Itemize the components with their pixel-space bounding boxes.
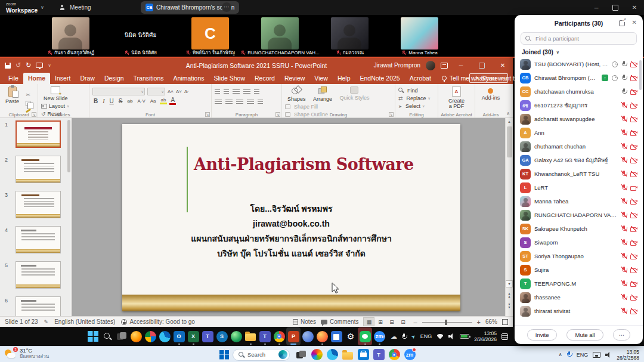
spell-check-icon[interactable]	[44, 318, 49, 325]
speaker-icon[interactable]	[448, 333, 455, 339]
participant-row[interactable]: chuthamart chuchan	[520, 140, 637, 153]
dialog-launcher-icon[interactable]	[275, 112, 280, 117]
bold-button[interactable]: B	[92, 98, 99, 104]
ribbon-tab[interactable]: Transitions	[129, 73, 169, 84]
participant-row[interactable]: S Siwaporn	[520, 236, 637, 249]
dialog-launcher-icon[interactable]	[32, 112, 36, 117]
participant-row[interactable]: ST Soriya Thongaupao	[520, 249, 637, 263]
taskbar-icon-powerpoint[interactable]: P	[286, 327, 301, 345]
hidden-icons-chevron[interactable]	[559, 352, 562, 357]
participant-row[interactable]: CB Chirawat Bhromporn (Co-host)	[520, 71, 637, 85]
taskbar-icon-globe-app[interactable]	[229, 327, 243, 345]
slide-thumbnail[interactable]: 4	[0, 224, 71, 259]
participant-row[interactable]: GA Galaxy A42 5G ของ ธัญภิสิษฐ์	[520, 153, 637, 167]
slide-thumbnail[interactable]: 2	[0, 153, 71, 188]
redo-icon[interactable]	[26, 61, 31, 69]
search-box[interactable]: Search	[233, 349, 290, 361]
taskbar-icon-snagit[interactable]: S	[215, 327, 229, 345]
align-right-icon[interactable]	[236, 100, 243, 105]
zoom-slider[interactable]	[422, 318, 472, 326]
taskbar-icon-firefox[interactable]	[129, 327, 143, 345]
taskbar-icon-zoom[interactable]: zm	[402, 346, 417, 362]
invite-button[interactable]: Invite	[527, 329, 558, 341]
slide-scrollbar[interactable]: ▲▲ ▼▼	[505, 118, 513, 316]
fit-to-window-icon[interactable]	[502, 319, 508, 325]
highlight-color-icon[interactable]: ab	[160, 97, 168, 104]
zoom-level[interactable]: 66%	[485, 318, 497, 325]
ribbon-tab[interactable]: Insert	[50, 73, 75, 84]
paste-button[interactable]: Paste	[3, 86, 21, 104]
account-avatar[interactable]	[426, 61, 435, 70]
minimize-button[interactable]	[587, 0, 606, 15]
shape-fill-button[interactable]: Shape Fill	[285, 103, 328, 110]
participant-row[interactable]: 6ช 661071273 ชัญญากร	[520, 98, 637, 112]
underline-button[interactable]: U	[109, 98, 115, 104]
scrollbar-options-icon[interactable]	[506, 280, 513, 287]
joined-section-header[interactable]: Joined (30)	[515, 47, 643, 57]
new-slide-button[interactable]: New Slide	[41, 86, 70, 101]
line-spacing-icon[interactable]	[254, 89, 259, 95]
video-tile[interactable]: Manna Tahea	[385, 15, 454, 57]
layout-button[interactable]: Layout	[41, 102, 71, 110]
notification-center-icon[interactable]	[501, 333, 508, 340]
columns-icon[interactable]	[258, 100, 263, 105]
replace-button[interactable]: Replace	[398, 94, 435, 102]
cast-icon[interactable]	[593, 352, 600, 358]
video-tile[interactable]: กมลวรรณ	[315, 15, 385, 57]
scroll-up-icon[interactable]	[506, 120, 513, 123]
wifi-icon[interactable]	[436, 334, 444, 339]
copy-icon[interactable]	[26, 101, 30, 106]
mic-in-use-icon[interactable]	[567, 351, 572, 358]
search-input[interactable]	[534, 35, 632, 42]
bullets-icon[interactable]	[215, 89, 220, 95]
taskbar-icon-search[interactable]	[100, 327, 114, 345]
video-tile[interactable]: RUNGCHATCHADAPORN VAH...	[245, 15, 315, 57]
taskbar-icon-photos[interactable]	[143, 327, 157, 345]
ribbon-tab[interactable]: Draw	[75, 73, 100, 84]
increase-indent-icon[interactable]	[243, 89, 250, 95]
accessibility-status[interactable]: Accessibility: Good to go	[121, 318, 195, 325]
taskbar-icon-edge[interactable]	[324, 346, 340, 362]
cut-icon[interactable]	[26, 88, 31, 99]
shapes-button[interactable]: Shapes	[285, 86, 308, 102]
participant-row[interactable]: T TEERAPONG.M	[520, 277, 637, 290]
zoom-in-button[interactable]: +	[477, 318, 481, 326]
taskbar-icon-task-view[interactable]	[293, 346, 309, 362]
ribbon-tab[interactable]: Home	[23, 73, 50, 84]
share-button[interactable]: Share	[469, 73, 508, 83]
ribbon-tab[interactable]: Help	[333, 73, 355, 84]
ribbon-tab[interactable]: Acrobat	[405, 73, 436, 84]
align-left-icon[interactable]	[215, 100, 222, 105]
customize-toolbar-icon[interactable]	[48, 63, 51, 68]
ribbon-display-options-icon[interactable]	[441, 63, 448, 69]
participant-row[interactable]: KT Khwanchanok_LeRT TSU	[520, 167, 637, 181]
video-tile[interactable]: C ทิพย์นิภา รื่นเก้าพิรัญ	[175, 15, 245, 57]
ribbon-tab[interactable]: Review	[280, 73, 309, 84]
clock[interactable]: 13:05 2/26/2026	[474, 330, 497, 342]
dialog-launcher-icon[interactable]	[205, 112, 210, 117]
italic-button[interactable]: I	[101, 98, 106, 104]
video-tile[interactable]: นิมิต นิรัติศัย นิมิต นิรัติศัย	[106, 15, 175, 57]
participant-row[interactable]: L LeRT	[520, 181, 637, 194]
close-button[interactable]	[625, 0, 644, 15]
slide-thumbnail[interactable]: 6	[0, 294, 71, 316]
arrange-button[interactable]: Arrange	[311, 86, 335, 102]
taskbar-icon-file-explorer[interactable]	[243, 327, 258, 345]
participant-row[interactable]: thirarat srivirat	[520, 304, 637, 318]
taskbar-icon-excel[interactable]: X	[186, 327, 200, 345]
numbering-icon[interactable]	[224, 89, 229, 95]
weather-widget[interactable]: 3 31°C มีแดดบางส่วน	[5, 348, 49, 360]
ribbon-tab[interactable]: Animations	[169, 73, 209, 84]
ribbon-tab[interactable]: EndNote 2025	[355, 73, 405, 84]
font-size-box[interactable]	[147, 88, 165, 95]
ribbon-tab[interactable]: Design	[100, 73, 129, 84]
next-slide-button[interactable]: ▼▼	[506, 303, 513, 309]
taskbar-icon-line[interactable]	[358, 327, 372, 345]
undo-icon[interactable]	[16, 61, 21, 69]
tab-more-icon[interactable]	[222, 2, 231, 12]
notes-button[interactable]: Notes	[293, 318, 316, 325]
font-color-icon[interactable]: A	[169, 97, 176, 105]
ppt-minimize-button[interactable]	[453, 58, 469, 73]
font-name-box[interactable]	[92, 88, 145, 95]
participant-row[interactable]: SK Sakrapee Khunpetch	[520, 222, 637, 236]
